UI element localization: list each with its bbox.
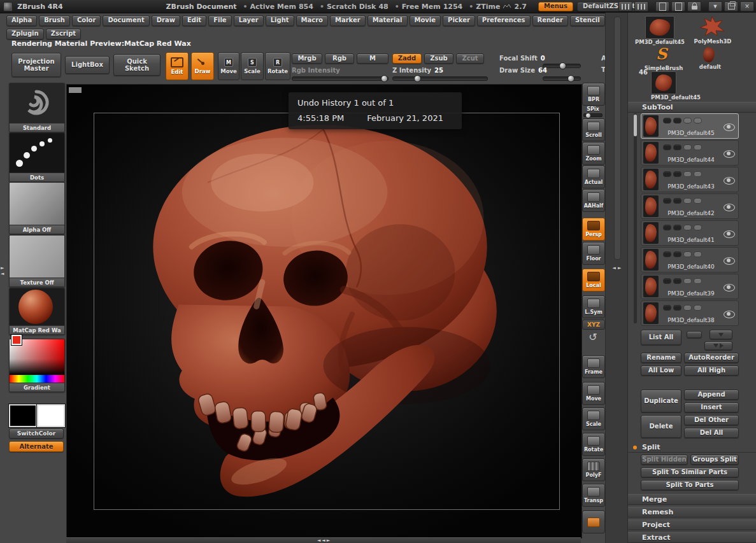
document-icon[interactable]: [671, 1, 685, 11]
ghost-button[interactable]: [582, 511, 605, 533]
menu-picker[interactable]: Picker: [443, 15, 475, 26]
current-brush-selector[interactable]: Standard: [9, 83, 65, 132]
rgb-button[interactable]: Rgb: [325, 53, 354, 64]
edit-button[interactable]: Edit: [166, 52, 189, 80]
zsub-button[interactable]: Zsub: [424, 53, 453, 64]
restore-window-icon[interactable]: [724, 1, 738, 11]
menus-button[interactable]: Menus: [538, 2, 573, 11]
subtool-list-scrollbar[interactable]: [634, 113, 637, 323]
menu-stencil[interactable]: Stencil: [570, 15, 605, 26]
menu-layer[interactable]: Layer: [234, 15, 264, 26]
subtool-toggle[interactable]: [683, 198, 692, 204]
duplicate-button[interactable]: Duplicate: [641, 390, 681, 413]
subtool-toggle[interactable]: [694, 198, 702, 204]
floor-button[interactable]: Floor: [582, 242, 605, 265]
visibility-eye-icon[interactable]: [724, 311, 735, 318]
subtool-move-down-button[interactable]: [704, 341, 732, 350]
subtool-toggle[interactable]: [673, 251, 681, 257]
subtool-select-down-button[interactable]: [710, 330, 732, 339]
subtool-toggle[interactable]: [694, 118, 702, 123]
subtool-toggle[interactable]: [673, 145, 681, 150]
split-hidden-button[interactable]: Split Hidden: [641, 455, 688, 465]
subtool-toggle[interactable]: [673, 278, 681, 284]
document-icon[interactable]: [655, 1, 669, 11]
subtool-toggle[interactable]: [694, 145, 702, 150]
subtool-row[interactable]: PM3D_default40: [641, 247, 739, 272]
menu-zplugin[interactable]: Zplugin: [6, 29, 44, 39]
transp-button[interactable]: Transp: [582, 484, 605, 507]
subtool-row[interactable]: PM3D_default44: [641, 140, 739, 166]
subtool-toggle[interactable]: [663, 198, 671, 204]
polymesh3d-icon[interactable]: [699, 15, 725, 37]
z-intensity-slider[interactable]: [392, 76, 488, 81]
z-intensity-knob[interactable]: [414, 75, 421, 82]
subtool-section-header[interactable]: SubTool: [628, 102, 756, 113]
autoreorder-button[interactable]: AutoReorder: [684, 353, 739, 363]
spix-control[interactable]: SPix: [582, 106, 604, 117]
menu-document[interactable]: Document: [103, 15, 149, 26]
current-alpha-selector[interactable]: Alpha Off: [9, 182, 65, 234]
visibility-eye-icon[interactable]: [724, 284, 735, 292]
left-panel-divider[interactable]: ► ◄: [1, 266, 4, 276]
aahalf-button[interactable]: AAHalf: [582, 189, 605, 212]
groups-split-button[interactable]: Groups Split: [690, 455, 739, 465]
panel-divider[interactable]: ◄ ►: [605, 13, 629, 543]
zadd-button[interactable]: Zadd: [392, 53, 422, 64]
rotate-reset-icon[interactable]: ↺: [582, 331, 604, 343]
subtool-toggle[interactable]: [694, 278, 702, 284]
extract-section-header[interactable]: Extract: [628, 532, 756, 543]
persp-button[interactable]: Persp: [582, 218, 605, 241]
subtool-row[interactable]: PM3D_default45: [641, 113, 739, 139]
main-color-swatch[interactable]: [9, 404, 37, 427]
scale-3d-button[interactable]: Scale: [582, 407, 605, 430]
color-hue-strip[interactable]: [10, 375, 64, 383]
subtool-toggle[interactable]: [683, 251, 692, 257]
visibility-eye-icon[interactable]: [724, 257, 735, 265]
mrgb-button[interactable]: Mrgb: [292, 53, 322, 64]
del-all-button[interactable]: Del All: [684, 428, 739, 438]
subtool-toggle[interactable]: [673, 198, 681, 204]
lightbox-button[interactable]: LightBox: [65, 56, 110, 74]
quick-sketch-button[interactable]: Quick Sketch: [113, 54, 160, 76]
current-material-selector[interactable]: MatCap Red Wa: [9, 288, 65, 335]
subtool-toggle[interactable]: [673, 305, 681, 311]
subtool-toggle[interactable]: [683, 145, 692, 150]
subtool-row[interactable]: PM3D_default38: [641, 300, 739, 326]
visibility-eye-icon[interactable]: [724, 150, 735, 158]
export-down-icon[interactable]: ▼: [708, 1, 722, 11]
rotate-button[interactable]: R Rotate: [265, 52, 290, 80]
del-other-button[interactable]: Del Other: [684, 415, 739, 425]
visibility-eye-icon[interactable]: [724, 123, 735, 131]
subtool-toggle[interactable]: [673, 118, 681, 123]
focal-shift-slider[interactable]: [543, 64, 581, 68]
visibility-eye-icon[interactable]: [724, 230, 735, 238]
insert-button[interactable]: Insert: [684, 402, 739, 413]
draw-size-slider[interactable]: [543, 76, 581, 81]
menu-preferences[interactable]: Preferences: [477, 15, 531, 26]
menu-brush[interactable]: Brush: [39, 15, 70, 26]
subtool-row[interactable]: PM3D_default43: [641, 167, 739, 192]
color-picker[interactable]: Gradient: [9, 339, 65, 392]
zcut-button[interactable]: Zcut: [456, 53, 484, 64]
secondary-color-swatch[interactable]: [37, 404, 65, 427]
subtool-toggle[interactable]: [663, 225, 671, 230]
split-section-header[interactable]: Split: [628, 442, 756, 453]
append-button[interactable]: Append: [684, 390, 739, 400]
subtool-row[interactable]: PM3D_default39: [641, 274, 739, 299]
projection-master-button[interactable]: Projection Master: [11, 53, 61, 77]
scroll-button[interactable]: Scroll: [582, 118, 605, 141]
actual-button[interactable]: Actual: [582, 166, 605, 188]
current-texture-selector[interactable]: Texture Off: [9, 235, 65, 287]
draw-size-knob[interactable]: [567, 75, 574, 82]
menu-color[interactable]: Color: [72, 15, 101, 26]
menu-edit[interactable]: Edit: [182, 15, 206, 26]
delete-button[interactable]: Delete: [641, 415, 681, 438]
remesh-section-header[interactable]: Remesh: [628, 507, 756, 518]
subtool-toggle[interactable]: [694, 171, 702, 177]
scale-button[interactable]: S Scale: [241, 52, 264, 80]
switch-color-button[interactable]: SwitchColor: [9, 428, 64, 439]
rotate-3d-button[interactable]: Rotate: [582, 433, 605, 456]
document-canvas[interactable]: Undo History 1 out of 1 4:55:18 PM Febru…: [66, 84, 582, 539]
local-button[interactable]: Local: [582, 269, 605, 292]
subtool-toggle[interactable]: [663, 118, 671, 123]
